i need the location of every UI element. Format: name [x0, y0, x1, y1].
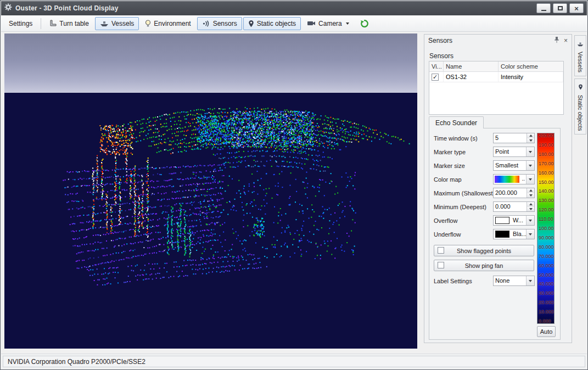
spin-down-icon[interactable]: [527, 138, 534, 143]
scale-tick-label: 40.000: [539, 281, 554, 287]
scale-tick-label: 50.000: [539, 272, 554, 278]
dropdown-arrow-icon[interactable]: [526, 147, 534, 156]
toolbar-environment-button[interactable]: Environment: [140, 17, 195, 30]
minimize-icon: [541, 10, 546, 11]
minimum-deepest-spinbox[interactable]: 0.000: [493, 201, 535, 212]
refresh-icon: [360, 19, 369, 28]
scale-tick-label: 90.000: [539, 235, 554, 240]
spin-up-icon[interactable]: [527, 188, 534, 193]
dock-tab-strip: Vessels Static objects: [574, 35, 586, 137]
sensors-section-label: Sensors: [429, 52, 453, 60]
status-field: NVIDIA Corporation Quadro P2000/PCIe/SSE…: [3, 356, 585, 367]
overflow-color-swatch: [495, 217, 509, 224]
pin-icon[interactable]: [554, 36, 559, 45]
camera-dropdown-caret-icon: [346, 23, 349, 25]
app-icon: [4, 3, 12, 13]
sensors-icon: [202, 20, 210, 27]
camera-button-label: Camera: [318, 20, 342, 27]
scale-tick-label: 0.000: [539, 318, 551, 324]
vessels-icon: [577, 39, 584, 49]
color-map-combo[interactable]: ..: [493, 174, 535, 184]
window-controls: ×: [536, 3, 584, 13]
side-tab-static-objects[interactable]: Static objects: [574, 79, 586, 134]
vessels-button-label: Vessels: [111, 20, 134, 27]
spin-up-icon[interactable]: [527, 133, 534, 138]
toolbar-refresh-button[interactable]: [355, 17, 374, 30]
turn-table-button-label: Turn table: [59, 20, 89, 27]
marker-type-combo[interactable]: Point: [493, 147, 535, 157]
turn-table-icon: [49, 20, 57, 27]
time-window-spinbox[interactable]: 5: [493, 133, 535, 143]
spin-down-icon[interactable]: [527, 207, 534, 212]
column-header-name[interactable]: Name: [444, 61, 499, 71]
panel-tab-strip: Echo Sounder: [429, 116, 484, 128]
scale-tick-label: 150.00: [539, 180, 554, 185]
marker-size-combo[interactable]: Smallest: [493, 160, 535, 171]
toolbar: Settings Turn table Vessels Environment …: [1, 15, 587, 32]
spin-up-icon[interactable]: [527, 202, 534, 207]
scale-tick-label: 200.00: [539, 133, 554, 138]
scale-tick-label: 160.00: [539, 170, 554, 176]
close-icon: ×: [574, 5, 579, 12]
color-map-gradient-swatch: [495, 176, 519, 183]
dropdown-arrow-icon[interactable]: [526, 216, 534, 225]
sensor-table-row[interactable]: ✓ OS1-32 Intensity: [429, 72, 563, 82]
maximize-button[interactable]: [553, 3, 567, 13]
column-header-color-scheme[interactable]: Color scheme: [499, 61, 563, 71]
show-flagged-points-button[interactable]: Show flagged points: [434, 245, 534, 256]
point-cloud-canvas: [4, 33, 417, 349]
show-ping-fan-button[interactable]: Show ping fan: [434, 260, 534, 271]
overflow-label: Overflow: [434, 215, 457, 226]
tab-echo-sounder[interactable]: Echo Sounder: [429, 116, 484, 128]
maximum-shallowest-spinbox[interactable]: 200.000: [493, 188, 535, 198]
color-map-label: Color map: [434, 174, 462, 185]
show-ping-fan-checkbox[interactable]: [438, 262, 444, 268]
dropdown-arrow-icon[interactable]: [526, 175, 534, 184]
underflow-color-combo[interactable]: Bla...: [493, 229, 535, 239]
panel-close-icon[interactable]: ×: [564, 37, 568, 44]
vessels-icon: [100, 20, 109, 27]
scale-tick-label: 190.00: [539, 142, 554, 148]
gpu-status-text: NVIDIA Corporation Quadro P2000/PCIe/SSE…: [8, 358, 145, 366]
scale-tick-label: 30.000: [539, 290, 554, 296]
close-button[interactable]: ×: [569, 3, 584, 13]
maximize-icon: [558, 6, 563, 10]
app-window: Ouster - 3D Point Cloud Display × Settin…: [0, 0, 588, 370]
minimize-button[interactable]: [536, 3, 551, 13]
sensors-button-label: Sensors: [213, 20, 237, 27]
scale-tick-label: 110.00: [539, 216, 553, 222]
scale-tick-label: 80.000: [539, 244, 554, 250]
show-flagged-points-checkbox[interactable]: [438, 247, 444, 254]
echo-sounder-settings: Time window (s) 5 Marker type Point Mark…: [429, 128, 561, 340]
toolbar-sensors-button[interactable]: Sensors: [197, 17, 242, 30]
side-tab-vessels[interactable]: Vessels: [574, 35, 586, 76]
environment-icon: [145, 20, 151, 27]
dropdown-arrow-icon[interactable]: [526, 161, 534, 170]
dropdown-arrow-icon[interactable]: [526, 276, 534, 285]
titlebar: Ouster - 3D Point Cloud Display ×: [1, 1, 587, 15]
label-settings-label: Label Settings: [434, 276, 472, 287]
column-header-visible[interactable]: Vi...: [429, 61, 444, 71]
camera-icon: [307, 20, 316, 26]
label-settings-combo[interactable]: None: [493, 276, 535, 286]
toolbar-static-objects-button[interactable]: Static objects: [243, 17, 301, 30]
dropdown-arrow-icon[interactable]: [526, 229, 534, 239]
toolbar-vessels-button[interactable]: Vessels: [95, 17, 139, 30]
toolbar-camera-button[interactable]: Camera: [302, 17, 354, 30]
sensors-panel-header: Sensors ×: [424, 35, 572, 47]
viewport-3d[interactable]: [4, 33, 417, 349]
side-tab-static-objects-label: Static objects: [577, 95, 584, 131]
sensor-color-scheme-cell: Intensity: [499, 72, 563, 82]
auto-scale-button[interactable]: Auto: [537, 326, 556, 337]
scale-tick-label: 60.000: [539, 263, 554, 268]
scale-tick-label: 140.00: [539, 188, 554, 194]
static-objects-button-label: Static objects: [257, 20, 296, 27]
toolbar-separator: [41, 18, 41, 29]
overflow-color-combo[interactable]: W...: [493, 215, 535, 226]
sensors-panel: Sensors × Sensors Vi... Name Color schem…: [424, 34, 572, 343]
minimum-deepest-label: Minimum (Deepest): [434, 201, 486, 212]
toolbar-turn-table-button[interactable]: Turn table: [44, 17, 94, 30]
spin-down-icon[interactable]: [527, 193, 534, 198]
sensor-visible-checkbox[interactable]: ✓: [432, 74, 439, 81]
toolbar-settings-button[interactable]: Settings: [4, 17, 37, 30]
